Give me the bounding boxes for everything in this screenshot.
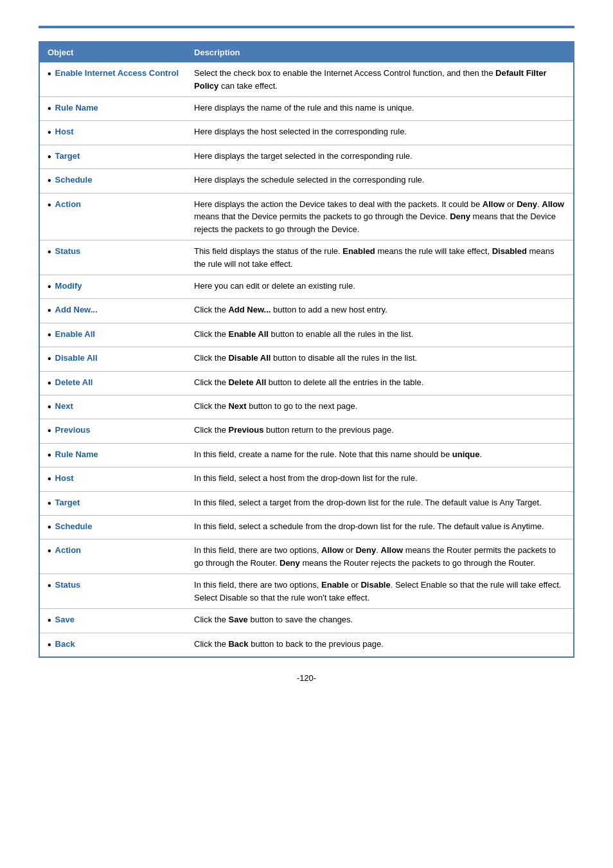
object-label: Schedule [55, 174, 93, 186]
description-cell: Here displays the action the Device take… [186, 193, 574, 240]
object-label: Host [55, 125, 74, 138]
description-cell: Click the Enable All button to enable al… [186, 323, 574, 347]
table-row: •ActionIn this field, there are two opti… [39, 539, 574, 574]
table-row: •ActionHere displays the action the Devi… [39, 193, 574, 240]
object-label: Add New... [55, 303, 98, 316]
object-cell: •Host [39, 467, 186, 491]
object-cell: •Target [39, 145, 186, 168]
description-cell: Here you can edit or delete an existing … [186, 275, 574, 299]
bullet-icon: • [48, 174, 51, 188]
object-cell: •Modify [39, 275, 186, 299]
object-label: Status [55, 245, 81, 258]
table-row: •Enable AllClick the Enable All button t… [39, 323, 574, 347]
description-cell: Click the Delete All button to delete al… [186, 371, 574, 395]
bullet-icon: • [48, 579, 51, 593]
object-cell: •Action [39, 539, 186, 574]
object-cell: •Back [39, 633, 186, 657]
object-cell: •Save [39, 609, 186, 633]
table-row: •StatusThis field displays the status of… [39, 240, 574, 275]
object-label: Disable All [55, 352, 98, 365]
description-cell: This field displays the status of the ru… [186, 240, 574, 275]
object-cell: •Enable Internet Access Control [39, 62, 186, 97]
description-cell: Click the Next button to go to the next … [186, 395, 574, 419]
object-cell: •Action [39, 193, 186, 240]
table-row: •BackClick the Back button to back to th… [39, 633, 574, 657]
table-row: •Disable AllClick the Disable All button… [39, 347, 574, 371]
bullet-icon: • [48, 303, 51, 318]
table-row: •TargetHere displays the target selected… [39, 145, 574, 168]
object-cell: •Status [39, 574, 186, 609]
bullet-icon: • [48, 67, 51, 81]
object-label: Status [55, 579, 81, 592]
table-row: •Add New...Click the Add New... button t… [39, 299, 574, 323]
object-cell: •Enable All [39, 323, 186, 347]
object-label: Action [55, 198, 81, 211]
bullet-icon: • [48, 150, 51, 164]
description-cell: Here displays the schedule selected in t… [186, 169, 574, 193]
bullet-icon: • [48, 376, 51, 390]
bullet-icon: • [48, 472, 51, 486]
description-cell: In this field, select a schedule from th… [186, 515, 574, 539]
object-cell: •Add New... [39, 299, 186, 323]
page-number: -120- [39, 673, 574, 683]
object-label: Host [55, 472, 74, 485]
object-cell: •Delete All [39, 371, 186, 395]
description-cell: Click the Save button to save the change… [186, 609, 574, 633]
description-cell: In this field, create a name for the rul… [186, 443, 574, 467]
col-header-object: Object [39, 42, 186, 62]
object-label: Schedule [55, 520, 93, 533]
description-cell: Here displays the host selected in the c… [186, 121, 574, 145]
table-row: •SaveClick the Save button to save the c… [39, 609, 574, 633]
object-label: Previous [55, 424, 91, 437]
object-label: Target [55, 150, 80, 163]
object-cell: •Target [39, 491, 186, 515]
description-cell: Click the Disable All button to disable … [186, 347, 574, 371]
object-cell: •Host [39, 121, 186, 145]
table-row: •ModifyHere you can edit or delete an ex… [39, 275, 574, 299]
bullet-icon: • [48, 638, 51, 652]
object-label: Enable Internet Access Control [55, 67, 179, 80]
table-row: •NextClick the Next button to go to the … [39, 395, 574, 419]
object-label: Delete All [55, 376, 93, 389]
object-cell: •Next [39, 395, 186, 419]
bullet-icon: • [48, 125, 51, 140]
description-cell: In this field, there are two options, En… [186, 574, 574, 609]
object-label: Back [55, 638, 75, 651]
bullet-icon: • [48, 400, 51, 414]
description-cell: Here displays the target selected in the… [186, 145, 574, 168]
table-row: •Delete AllClick the Delete All button t… [39, 371, 574, 395]
object-label: Modify [55, 280, 82, 293]
object-label: Rule Name [55, 102, 98, 114]
object-label: Action [55, 544, 81, 557]
object-label: Save [55, 613, 75, 626]
object-label: Enable All [55, 328, 95, 341]
bullet-icon: • [48, 544, 51, 558]
table-row: •ScheduleIn this field, select a schedul… [39, 515, 574, 539]
bullet-icon: • [48, 328, 51, 342]
table-row: •Enable Internet Access ControlSelect th… [39, 62, 574, 97]
bullet-icon: • [48, 613, 51, 628]
reference-table: Object Description •Enable Internet Acce… [39, 41, 574, 658]
table-row: •TargetIn this filed, select a target fr… [39, 491, 574, 515]
table-row: •StatusIn this field, there are two opti… [39, 574, 574, 609]
bullet-icon: • [48, 280, 51, 294]
description-cell: Click the Previous button return to the … [186, 419, 574, 443]
bullet-icon: • [48, 352, 51, 366]
table-row: •Rule NameIn this field, create a name f… [39, 443, 574, 467]
object-cell: •Status [39, 240, 186, 275]
description-cell: Click the Add New... button to add a new… [186, 299, 574, 323]
description-cell: Select the check box to enable the Inter… [186, 62, 574, 97]
object-label: Next [55, 400, 73, 413]
table-row: •Rule NameHere displays the name of the … [39, 97, 574, 121]
table-row: •HostHere displays the host selected in … [39, 121, 574, 145]
bullet-icon: • [48, 520, 51, 534]
description-cell: Click the Back button to back to the pre… [186, 633, 574, 657]
description-cell: Here displays the name of the rule and t… [186, 97, 574, 121]
object-cell: •Rule Name [39, 443, 186, 467]
top-border [39, 26, 574, 28]
table-row: •ScheduleHere displays the schedule sele… [39, 169, 574, 193]
bullet-icon: • [48, 245, 51, 259]
description-cell: In this field, there are two options, Al… [186, 539, 574, 574]
object-cell: •Schedule [39, 169, 186, 193]
col-header-description: Description [186, 42, 574, 62]
